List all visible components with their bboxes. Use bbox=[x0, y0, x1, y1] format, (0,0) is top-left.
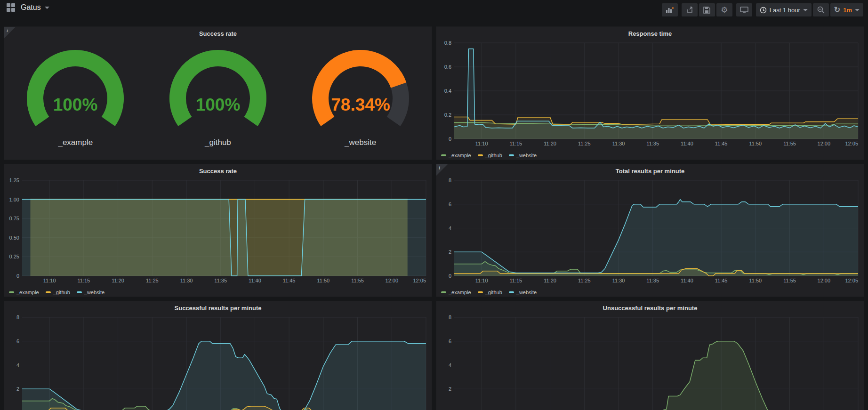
successful-results-chart[interactable]: 11:1011:1511:2011:2511:3011:3511:4011:45… bbox=[4, 314, 432, 410]
y-tick-label: 6 bbox=[16, 338, 19, 344]
x-tick-label: 11:55 bbox=[783, 278, 796, 283]
x-tick-label: 11:25 bbox=[146, 278, 159, 283]
response-time-chart[interactable]: 11:1011:1511:2011:2511:3011:3511:4011:45… bbox=[436, 40, 864, 148]
y-tick-label: 8 bbox=[449, 314, 451, 320]
dashboards-grid-icon[interactable] bbox=[7, 3, 15, 12]
panel-title[interactable]: Success rate bbox=[4, 27, 432, 40]
panel-title[interactable]: Response time bbox=[436, 27, 864, 40]
x-tick-label: 12:00 bbox=[386, 278, 399, 283]
save-button[interactable] bbox=[699, 3, 715, 16]
unsuccessful-results-chart[interactable]: 11:1011:1511:2011:2511:3011:3511:4011:45… bbox=[436, 314, 864, 410]
x-tick-label: 11:10 bbox=[475, 141, 488, 146]
legend-color-dash bbox=[441, 291, 446, 293]
y-tick-label: 4 bbox=[16, 362, 19, 368]
zoom-out-icon bbox=[817, 6, 825, 14]
total-results-chart[interactable]: 11:1011:1511:2011:2511:3011:3511:4011:45… bbox=[436, 177, 864, 285]
legend-item-_website[interactable]: _website bbox=[509, 289, 537, 295]
gauge-_example: 100%_example bbox=[4, 43, 147, 147]
legend-item-_github[interactable]: _github bbox=[478, 153, 502, 158]
share-icon bbox=[686, 6, 693, 14]
y-tick-label: 0 bbox=[449, 273, 451, 279]
panel-info-corner-icon[interactable]: i bbox=[436, 164, 448, 176]
total_results-plot: 11:1011:1511:2011:2511:3011:3511:4011:45… bbox=[436, 177, 864, 285]
legend-item-_github[interactable]: _github bbox=[478, 289, 502, 295]
chart-legend: _example_github_website bbox=[441, 289, 537, 295]
chart-legend: _example_github_website bbox=[441, 153, 537, 158]
tv-mode-icon bbox=[740, 6, 748, 14]
y-tick-label: 0.50 bbox=[9, 235, 19, 241]
add-panel-icon bbox=[666, 6, 674, 14]
x-tick-label: 11:45 bbox=[283, 278, 296, 283]
legend-item-_example[interactable]: _example bbox=[9, 289, 39, 295]
gauge-label: _example bbox=[58, 138, 93, 147]
add-panel-button[interactable] bbox=[662, 3, 678, 16]
y-tick-label: 0.2 bbox=[444, 112, 451, 118]
panel-title[interactable]: Success rate bbox=[4, 164, 432, 177]
legend-label: _example bbox=[16, 289, 39, 295]
y-tick-label: 6 bbox=[449, 201, 451, 207]
x-tick-label: 11:30 bbox=[180, 278, 193, 283]
y-tick-label: 6 bbox=[449, 338, 451, 344]
gauge-arc-_github: 100% bbox=[147, 43, 289, 135]
legend-label: _github bbox=[485, 153, 502, 158]
x-tick-label: 11:40 bbox=[681, 141, 693, 146]
zoom-out-button[interactable] bbox=[813, 3, 829, 16]
chart-legend: _example_github_website bbox=[9, 289, 104, 295]
y-tick-label: 0.8 bbox=[444, 40, 451, 46]
settings-gear-icon: ⚙ bbox=[721, 6, 728, 14]
share-button[interactable] bbox=[682, 3, 698, 16]
gauge-_github: 100%_github bbox=[147, 43, 289, 147]
gauges-row: 100%_example100%_github78.34%_website bbox=[4, 43, 432, 147]
x-tick-label: 11:50 bbox=[749, 278, 762, 283]
legend-item-_example[interactable]: _example bbox=[441, 289, 471, 295]
x-tick-label: 11:20 bbox=[544, 141, 556, 146]
gauge-_website: 78.34%_website bbox=[289, 43, 432, 147]
panel-unsuccessful-results: Unsuccessful results per minute 11:1011:… bbox=[436, 301, 864, 410]
dashboard-title-dropdown[interactable]: Gatus bbox=[21, 3, 49, 12]
panel-successful-results: Successful results per minute 11:1011:15… bbox=[4, 301, 432, 410]
success-rate-chart[interactable]: 11:1011:1511:2011:2511:3011:3511:4011:45… bbox=[4, 177, 432, 285]
legend-item-_website[interactable]: _website bbox=[509, 153, 537, 158]
x-tick-label: 11:35 bbox=[646, 278, 659, 283]
x-tick-label: 11:20 bbox=[544, 278, 556, 283]
panel-info-corner-icon[interactable]: i bbox=[4, 27, 16, 38]
legend-item-_github[interactable]: _github bbox=[46, 289, 70, 295]
legend-color-dash bbox=[478, 154, 483, 156]
panel-success-rate-timeseries: Success rate 11:1011:1511:2011:2511:3011… bbox=[4, 164, 432, 297]
legend-item-_website[interactable]: _website bbox=[77, 289, 104, 295]
x-tick-label: 11:25 bbox=[578, 141, 591, 146]
legend-label: _example bbox=[449, 289, 471, 295]
x-tick-label: 11:35 bbox=[646, 141, 659, 146]
clock-icon bbox=[760, 7, 767, 14]
panel-title[interactable]: Total results per minute bbox=[436, 164, 864, 177]
legend-label: _example bbox=[449, 153, 471, 158]
x-tick-label: 11:55 bbox=[351, 278, 364, 283]
x-tick-label: 11:30 bbox=[612, 278, 625, 283]
dashboard-title: Gatus bbox=[21, 3, 41, 12]
time-range-picker[interactable]: Last 1 hour bbox=[756, 3, 812, 16]
legend-label: _website bbox=[516, 153, 537, 158]
save-icon bbox=[703, 7, 710, 14]
x-tick-label: 11:40 bbox=[681, 278, 693, 283]
chevron-down-icon bbox=[45, 7, 49, 9]
tv-mode-button[interactable] bbox=[736, 3, 752, 16]
y-tick-label: 0.75 bbox=[9, 216, 19, 221]
y-tick-label: 1.25 bbox=[9, 177, 19, 183]
legend-color-dash bbox=[9, 291, 14, 293]
x-tick-label: 11:55 bbox=[783, 141, 796, 146]
panel-title[interactable]: Unsuccessful results per minute bbox=[436, 301, 864, 314]
y-tick-label: 0.6 bbox=[444, 64, 451, 70]
x-tick-label: 12:00 bbox=[818, 278, 831, 283]
gauge-value: 78.34% bbox=[331, 95, 390, 114]
x-tick-label: 12:05 bbox=[413, 278, 426, 283]
refresh-picker[interactable]: ↻ 1m bbox=[830, 3, 863, 16]
x-tick-label: 11:30 bbox=[612, 141, 625, 146]
legend-item-_example[interactable]: _example bbox=[441, 153, 471, 158]
success_rate_ts-plot: 11:1011:1511:2011:2511:3011:3511:4011:45… bbox=[4, 177, 432, 285]
unsuccessful_results-plot: 11:1011:1511:2011:2511:3011:3511:4011:45… bbox=[436, 314, 864, 410]
dashboard: Gatus bbox=[0, 0, 868, 410]
settings-button[interactable]: ⚙ bbox=[716, 3, 732, 16]
panel-title[interactable]: Successful results per minute bbox=[4, 301, 432, 314]
legend-color-dash bbox=[46, 291, 51, 293]
x-tick-label: 11:50 bbox=[317, 278, 330, 283]
